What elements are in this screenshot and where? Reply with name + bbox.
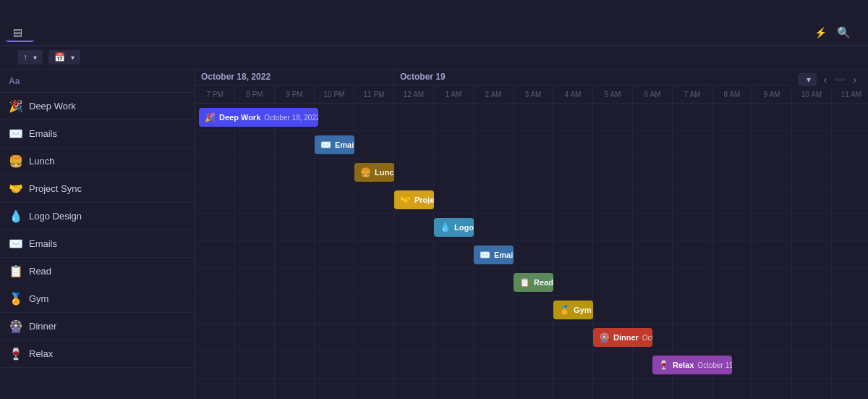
task-icon: 🤝 — [9, 182, 23, 196]
time-slot: 4 AM — [553, 85, 593, 103]
date-filter-chip-2[interactable]: 📅 ▾ — [48, 50, 80, 64]
time-slot: 1 AM — [434, 85, 474, 103]
bar-icon: 🎉 — [205, 112, 216, 122]
sort-button[interactable] — [796, 30, 804, 35]
toolbar: ▤ ⚡ 🔍 — [0, 20, 868, 46]
bolt-icon[interactable]: ⚡ — [814, 27, 827, 38]
time-slot: 8 AM — [712, 85, 752, 103]
bar-icon: ✉️ — [480, 250, 490, 260]
bar-label: Gym — [574, 306, 591, 314]
timeline-area: ▾ ‹ › October 18, 2022October 197 PM8 PM… — [195, 70, 868, 399]
task-name-label: Dinner — [29, 321, 56, 332]
task-name-label: Deep Work — [29, 101, 76, 112]
timeline-task-row: 🎡 Dinner October 19, 2022 4:30 AM → 6:00… — [195, 324, 868, 351]
oct18-date-label: October 18, 2022 — [195, 70, 394, 85]
bar-icon: 📋 — [519, 277, 530, 287]
task-name-row: 🏅 Gym — [0, 285, 195, 313]
filter-row: ↑ ▾ 📅 ▾ — [0, 46, 868, 70]
task-name-label: Gym — [29, 293, 48, 304]
bar-icon: ✉️ — [320, 140, 331, 150]
timeline-task-row: 🤝 Project Sync October 18, 2022 11:30 PM… — [195, 186, 868, 214]
task-name-row: 🤝 Project Sync — [0, 175, 195, 203]
toolbar-right: ⚡ 🔍 — [777, 26, 851, 39]
time-slot: 9 PM — [275, 85, 315, 103]
prev-nav-button[interactable]: ‹ — [821, 72, 830, 87]
task-bar[interactable]: 🎡 Dinner October 19, 2022 4:30 AM → 6:00… — [593, 328, 652, 347]
today-button[interactable] — [834, 78, 846, 81]
task-bar[interactable]: 🍷 Relax October 19, 2022 6:00 AM → 8:00 … — [652, 356, 732, 374]
task-name-label: Lunch — [29, 156, 54, 167]
day-chevron-icon: ▾ — [807, 75, 811, 85]
task-bar[interactable]: 📋 Read October 19, 2022 2:30 AM → 3:30 A… — [514, 273, 553, 292]
bar-label: Emails — [335, 140, 354, 149]
task-name-label: Emails — [29, 128, 57, 139]
task-name-row: ✉️ Emails — [0, 230, 195, 258]
next-nav-button[interactable]: › — [850, 72, 859, 87]
task-bar[interactable]: ✉️ Emails October 18, 2022 9:30 PM → 10:… — [315, 135, 354, 154]
task-icon: 🍔 — [9, 154, 23, 168]
task-bar[interactable]: 💧 Logo Design October 19, 2022 12:30 AM … — [434, 218, 474, 237]
time-slot: 11 PM — [354, 85, 394, 103]
timeline-task-row: 🍔 Lunch October 18, 2022 10:30 PM → 11:3… — [195, 159, 868, 186]
task-name-label: Logo Design — [29, 211, 82, 222]
task-bar[interactable]: ✉️ Emails October 19, 2022 1:30 AM → 2:3… — [474, 245, 514, 264]
task-name-label: Project Sync — [29, 183, 82, 194]
bar-icon: 🎡 — [599, 332, 610, 343]
time-slot: 10 PM — [315, 85, 354, 103]
bar-label: Lunch — [375, 168, 394, 177]
task-name-row: 🎡 Dinner — [0, 313, 195, 340]
timeline-task-row: 💧 Logo Design October 19, 2022 12:30 AM … — [195, 214, 868, 241]
day-selector: ▾ ‹ › — [789, 70, 868, 90]
timeline-task-row: 📋 Read October 19, 2022 2:30 AM → 3:30 A… — [195, 269, 868, 296]
add-filter-button[interactable] — [86, 55, 95, 59]
time-slot: 7 AM — [673, 85, 712, 103]
time-slot: 2 AM — [474, 85, 514, 103]
filter-button[interactable] — [777, 30, 786, 35]
day-view-button[interactable]: ▾ — [798, 73, 817, 86]
task-name-row: 🍔 Lunch — [0, 148, 195, 175]
name-column: Aa 🎉 Deep Work ✉️ Emails 🍔 Lunch 🤝 Proje… — [0, 70, 195, 399]
bar-label: Deep Work — [219, 113, 260, 122]
task-name-label: Read — [29, 266, 51, 277]
task-name-row: ✉️ Emails — [0, 120, 195, 148]
task-bar[interactable]: 🤝 Project Sync October 18, 2022 11:30 PM… — [394, 190, 434, 209]
task-name-rows: 🎉 Deep Work ✉️ Emails 🍔 Lunch 🤝 Project … — [0, 93, 195, 368]
task-bar[interactable]: 🎉 Deep Work October 18, 2022 6:30 PM → 9… — [199, 108, 318, 127]
task-icon: 🎡 — [9, 319, 23, 333]
task-bar[interactable]: 🏅 Gym October 19, 2022 3:30 AM → 4:30 AM — [553, 301, 593, 319]
name-column-header: Aa — [0, 70, 195, 93]
time-slot: 8 PM — [235, 85, 275, 103]
timeline-task-row: ✉️ Emails October 19, 2022 1:30 AM → 2:3… — [195, 241, 868, 269]
search-icon[interactable]: 🔍 — [837, 26, 851, 39]
task-icon: 💧 — [9, 209, 23, 223]
bar-label: Logo Design — [454, 223, 474, 232]
main-content: Aa 🎉 Deep Work ✉️ Emails 🍔 Lunch 🤝 Proje… — [0, 70, 868, 399]
time-slot: 9 AM — [752, 85, 792, 103]
time-slot: 7 PM — [195, 85, 235, 103]
timeline-view-button[interactable]: ▤ — [6, 23, 34, 42]
task-icon: ✉️ — [9, 127, 23, 140]
task-icon: ✉️ — [9, 237, 23, 251]
time-slot: 5 AM — [593, 85, 633, 103]
calendar-icon: 📅 — [54, 52, 65, 62]
date-filter-chip-1[interactable]: ↑ ▾ — [17, 50, 43, 64]
task-bar[interactable]: 🍔 Lunch October 18, 2022 10:30 PM → 11:3… — [354, 163, 394, 182]
bar-icon: 💧 — [440, 222, 451, 232]
task-name-row: 💧 Logo Design — [0, 203, 195, 230]
task-icon: 🎉 — [9, 99, 23, 113]
bar-time: October 19, 2022 6:00 AM → 8:00 AM — [697, 361, 732, 369]
task-name-row: 🍷 Relax — [0, 340, 195, 368]
bar-label: Emails — [494, 251, 514, 259]
timeline-task-row: ✉️ Emails October 18, 2022 9:30 PM → 10:… — [195, 131, 868, 159]
timeline-task-row: 🏅 Gym October 19, 2022 3:30 AM → 4:30 AM — [195, 296, 868, 324]
bar-label: Dinner — [613, 333, 639, 342]
bar-icon: 🍷 — [658, 360, 669, 370]
timeline-rows: 🎉 Deep Work October 18, 2022 6:30 PM → 9… — [195, 104, 868, 399]
sort-up-icon: ↑ — [23, 52, 27, 62]
timeline-icon: ▤ — [13, 26, 22, 38]
app-container: ▤ ⚡ 🔍 ↑ ▾ 📅 ▾ Aa — [0, 0, 868, 399]
bar-icon: 🤝 — [400, 195, 411, 205]
bar-label: Read — [534, 278, 553, 287]
bar-icon: 🍔 — [360, 167, 371, 177]
bar-time: October 19, 2022 4:30 AM → 6:00 AM — [642, 334, 652, 342]
